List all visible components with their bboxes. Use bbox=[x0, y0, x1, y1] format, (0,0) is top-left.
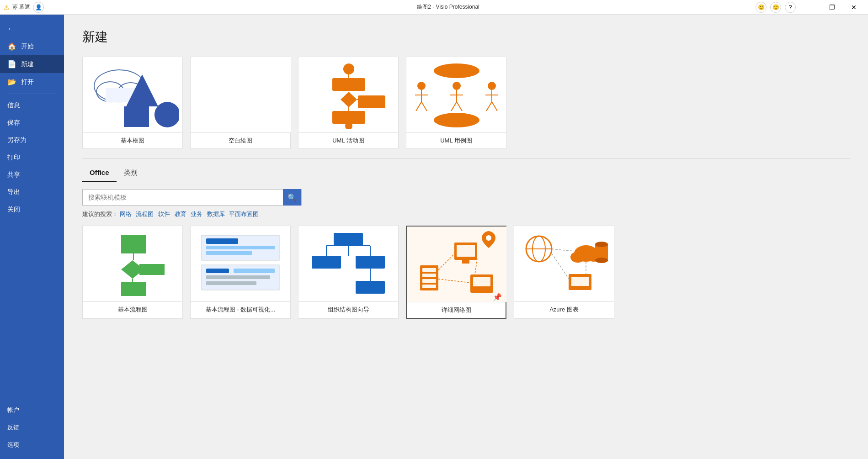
svg-line-21 bbox=[416, 102, 421, 111]
suggestion-network[interactable]: 网络 bbox=[120, 211, 132, 217]
tab-category[interactable]: 类别 bbox=[117, 166, 145, 182]
template-card-basic-shapes[interactable]: 基本框图 bbox=[82, 57, 183, 149]
suggestion-flowchart[interactable]: 流程图 bbox=[136, 211, 154, 217]
svg-line-32 bbox=[457, 102, 462, 111]
svg-rect-64 bbox=[422, 274, 436, 277]
search-box: 🔍 bbox=[82, 189, 302, 206]
template-card-uml-usecase[interactable]: UML 用例图 bbox=[406, 57, 506, 149]
top-template-row: 基本框图 空白绘图 bbox=[82, 57, 850, 149]
svg-rect-36 bbox=[139, 264, 165, 275]
sidebar-label-saveas: 另存为 bbox=[7, 136, 27, 144]
template-image-blank bbox=[191, 57, 291, 132]
svg-rect-5 bbox=[124, 106, 149, 127]
svg-rect-82 bbox=[571, 277, 589, 286]
svg-rect-34 bbox=[121, 235, 146, 253]
template-card-org-chart[interactable]: 组织结构图向导 bbox=[298, 226, 399, 319]
svg-point-17 bbox=[434, 63, 479, 78]
template-card-azure[interactable]: Azure 图表 bbox=[514, 226, 614, 319]
svg-point-18 bbox=[417, 82, 426, 90]
section-divider bbox=[82, 158, 850, 158]
suggestion-software[interactable]: 软件 bbox=[158, 211, 170, 217]
home-icon: 🏠 bbox=[7, 42, 16, 51]
template-label-blank: 空白绘图 bbox=[191, 132, 290, 148]
template-label-org-chart: 组织结构图向导 bbox=[298, 301, 398, 317]
template-card-basic-flowchart-data[interactable]: 基本流程图 - 数据可视化... bbox=[190, 226, 291, 319]
smiley-icon[interactable]: 🙂 bbox=[756, 2, 767, 13]
template-label-basic-shapes: 基本框图 bbox=[83, 132, 182, 148]
user-icon[interactable]: 👤 bbox=[33, 2, 44, 13]
sidebar-label-new: 新建 bbox=[21, 60, 34, 69]
svg-rect-45 bbox=[206, 269, 229, 273]
suggestion-floor-plan[interactable]: 平面布置图 bbox=[229, 211, 259, 217]
tab-office[interactable]: Office bbox=[82, 166, 117, 182]
sad-icon[interactable]: 🙁 bbox=[770, 2, 781, 13]
template-label-uml-activity: UML 活动图 bbox=[298, 132, 398, 148]
sidebar-divider bbox=[7, 94, 57, 94]
new-icon: 📄 bbox=[7, 60, 16, 69]
sidebar-item-account[interactable]: 帐户 bbox=[0, 401, 64, 419]
template-label-detailed-network: 详细网络图 bbox=[407, 302, 506, 318]
suggestions-row: 建议的搜索： 网络 流程图 软件 教育 业务 数据库 平面布置图 bbox=[82, 210, 850, 218]
svg-rect-51 bbox=[356, 256, 385, 269]
template-label-uml-usecase: UML 用例图 bbox=[406, 132, 506, 148]
sidebar-item-share[interactable]: 共享 bbox=[0, 166, 64, 184]
back-button[interactable]: ← bbox=[0, 20, 64, 37]
search-row: 🔍 bbox=[82, 189, 850, 206]
sidebar-item-print[interactable]: 打印 bbox=[0, 149, 64, 166]
sidebar-label-open: 打开 bbox=[21, 78, 34, 86]
svg-rect-42 bbox=[206, 246, 275, 249]
sidebar-item-close[interactable]: 关闭 bbox=[0, 201, 64, 218]
maximize-button[interactable]: ❐ bbox=[821, 0, 842, 15]
suggestions-label: 建议的搜索： bbox=[82, 211, 118, 217]
template-image-detailed-network bbox=[407, 227, 506, 302]
tabs: Office 类别 bbox=[82, 166, 850, 182]
sidebar-item-saveas[interactable]: 另存为 bbox=[0, 132, 64, 149]
main-content: 新建 bbox=[64, 15, 868, 459]
back-icon: ← bbox=[7, 25, 15, 33]
template-card-blank[interactable]: 空白绘图 bbox=[190, 57, 291, 149]
search-icon: 🔍 bbox=[288, 193, 297, 202]
app-container: ← 🏠 开始 📄 新建 📂 打开 信息 保存 另存为 bbox=[0, 15, 868, 459]
warning-icon: ⚠ bbox=[4, 4, 10, 11]
sidebar-item-open[interactable]: 📂 打开 bbox=[0, 73, 64, 91]
svg-rect-68 bbox=[473, 277, 490, 286]
sidebar-label-share: 共享 bbox=[7, 171, 20, 179]
svg-rect-60 bbox=[457, 245, 475, 257]
help-icon[interactable]: ? bbox=[785, 2, 796, 13]
sidebar-item-start[interactable]: 🏠 开始 bbox=[0, 37, 64, 55]
search-input[interactable] bbox=[83, 194, 283, 201]
svg-line-83 bbox=[552, 249, 574, 251]
sidebar-item-save[interactable]: 保存 bbox=[0, 114, 64, 132]
svg-rect-37 bbox=[121, 282, 146, 296]
template-image-basic-flowchart-data bbox=[191, 226, 290, 301]
svg-point-6 bbox=[154, 102, 179, 127]
sidebar-label-info: 信息 bbox=[7, 101, 20, 110]
sidebar-item-info[interactable]: 信息 bbox=[0, 97, 64, 114]
template-card-detailed-network[interactable]: 详细网络图 📌 bbox=[406, 226, 506, 319]
search-button[interactable]: 🔍 bbox=[283, 189, 301, 206]
template-card-uml-activity[interactable]: UML 活动图 bbox=[298, 57, 399, 149]
svg-line-71 bbox=[438, 279, 470, 283]
svg-rect-11 bbox=[358, 95, 385, 108]
close-button[interactable]: ✕ bbox=[843, 0, 864, 15]
sidebar-item-options[interactable]: 选项 bbox=[0, 436, 64, 454]
svg-rect-8 bbox=[332, 78, 365, 91]
minimize-button[interactable]: — bbox=[799, 0, 820, 15]
template-card-basic-flowchart[interactable]: 基本流程图 bbox=[82, 226, 183, 319]
svg-line-27 bbox=[492, 102, 497, 111]
svg-point-76 bbox=[570, 252, 585, 263]
sidebar-label-close: 关闭 bbox=[7, 206, 20, 214]
svg-rect-66 bbox=[422, 285, 436, 288]
sidebar-item-new[interactable]: 📄 新建 bbox=[0, 55, 64, 73]
svg-line-31 bbox=[451, 102, 457, 111]
suggestion-business[interactable]: 业务 bbox=[191, 211, 202, 217]
suggestion-education[interactable]: 教育 bbox=[175, 211, 186, 217]
sidebar-label-save: 保存 bbox=[7, 119, 20, 127]
sidebar-item-export[interactable]: 导出 bbox=[0, 184, 64, 201]
suggestion-database[interactable]: 数据库 bbox=[207, 211, 225, 217]
sidebar-item-feedback[interactable]: 反馈 bbox=[0, 419, 64, 436]
svg-rect-41 bbox=[206, 238, 238, 244]
template-image-basic-flowchart bbox=[83, 226, 182, 301]
svg-point-79 bbox=[595, 242, 608, 247]
template-label-basic-flowchart-data: 基本流程图 - 数据可视化... bbox=[191, 301, 290, 317]
